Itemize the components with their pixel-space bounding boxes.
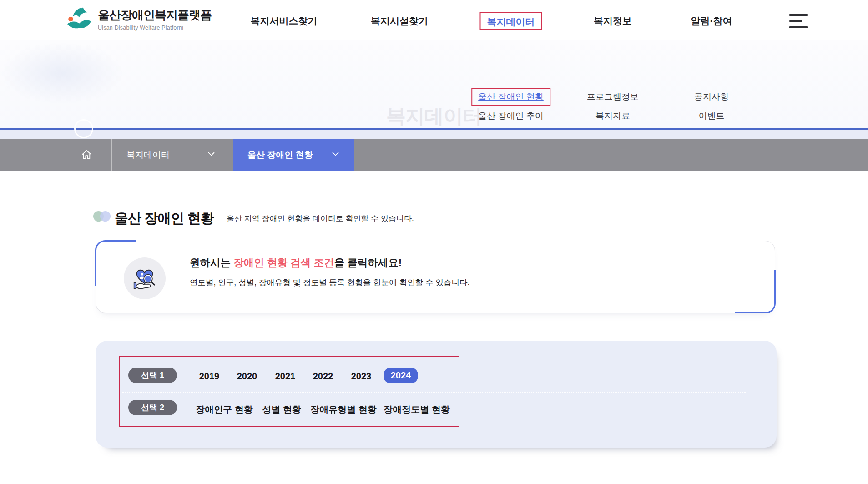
nav-item-welfare-data[interactable]: 복지데이터 [480, 12, 542, 30]
guide-card: 원하시는 장애인 현황 검색 조건을 클릭하세요! 연도별, 인구, 성별, 장… [96, 241, 775, 313]
year-option-2021[interactable]: 2021 [275, 371, 296, 382]
page-title-row: 울산 장애인 현황 울산 지역 장애인 현황을 데이터로 확인할 수 있습니다. [0, 207, 868, 230]
menu-item-program-info[interactable]: 프로그램정보 [587, 91, 639, 102]
breadcrumb-dropdown-ulsan-disability-status[interactable]: 울산 장애인 현황 [233, 139, 354, 171]
home-icon [81, 149, 93, 161]
guide-icon-badge [124, 257, 166, 299]
filter-row2-label-pill: 선택 2 [128, 400, 177, 415]
category-option-gender-status[interactable]: 성별 현황 [262, 403, 301, 416]
brand-subtitle: Ulsan Disability Welfare Platform [98, 25, 212, 31]
chevron-down-icon [208, 152, 215, 156]
filter-highlight-box [119, 356, 459, 427]
breadcrumb-home-button[interactable] [62, 139, 111, 171]
page: 울산장애인복지플랫폼 Ulsan Disability Welfare Plat… [0, 0, 868, 484]
guide-message-suffix: 을 클릭하세요! [334, 257, 402, 268]
filter-panel: 선택 1 2019 2020 2021 2022 2023 2024 선택 2 … [96, 341, 777, 448]
site-logo[interactable]: 울산장애인복지플랫폼 Ulsan Disability Welfare Plat… [65, 6, 212, 32]
category-option-disability-type[interactable]: 장애유형별 현황 [310, 403, 377, 416]
brand-bird-icon [65, 6, 93, 32]
breadcrumb-dropdown-welfare-data[interactable]: 복지데이터 [111, 139, 233, 171]
year-option-2019[interactable]: 2019 [199, 371, 220, 382]
nav-item-welfare-info[interactable]: 복지정보 [587, 12, 638, 30]
brand-name: 울산장애인복지플랫폼 [98, 7, 212, 23]
menu-item-notices[interactable]: 공지사항 [694, 91, 729, 102]
menu-item-welfare-materials[interactable]: 복지자료 [595, 111, 630, 121]
title-bullet-icon [100, 211, 111, 222]
breadcrumb-label: 복지데이터 [126, 139, 170, 171]
guide-description: 연도별, 인구, 성별, 장애유형 및 정도별 등록 현황을 한눈에 확인할 수… [190, 277, 469, 288]
banner-decoration-blob [0, 42, 155, 120]
nav-item-welfare-services[interactable]: 복지서비스찾기 [244, 12, 324, 30]
banner-lavender-strip [0, 130, 868, 139]
top-navigation-bar: 울산장애인복지플랫폼 Ulsan Disability Welfare Plat… [0, 0, 868, 40]
page-title: 울산 장애인 현황 [115, 209, 214, 228]
year-option-2022[interactable]: 2022 [313, 371, 333, 382]
menu-item-ulsan-disability-status[interactable]: 울산 장애인 현황 [471, 88, 550, 106]
menu-item-events[interactable]: 이벤트 [699, 111, 725, 121]
page-title-description: 울산 지역 장애인 현황을 데이터로 확인할 수 있습니다. [227, 213, 414, 224]
breadcrumb-bar: 복지데이터 울산 장애인 현황 [0, 139, 868, 171]
guide-message: 원하시는 장애인 현황 검색 조건을 클릭하세요! [190, 256, 402, 270]
breadcrumb-label: 울산 장애인 현황 [247, 139, 313, 171]
category-option-disability-population[interactable]: 장애인구 현황 [196, 403, 253, 416]
hamburger-menu-icon[interactable] [789, 14, 808, 28]
year-option-2020[interactable]: 2020 [237, 371, 257, 382]
brand-text: 울산장애인복지플랫폼 Ulsan Disability Welfare Plat… [98, 7, 212, 31]
filter-row1-label-pill: 선택 1 [128, 368, 177, 383]
banner-bottom-border [0, 128, 868, 130]
menu-item-ulsan-disability-trend[interactable]: 울산 장애인 추이 [478, 111, 544, 121]
page-banner: 복지데이터 데이터로 보는 울산 장애인 현황 울산 장애인 현황 울산 장애인… [0, 40, 868, 128]
hand-heart-search-icon [131, 265, 158, 292]
guide-message-highlight: 장애인 현황 검색 조건 [233, 257, 334, 268]
year-option-2024-selected[interactable]: 2024 [384, 368, 418, 383]
card-accent-bottom-right [735, 270, 776, 313]
category-option-disability-severity[interactable]: 장애정도별 현황 [384, 403, 450, 416]
year-option-2023[interactable]: 2023 [351, 371, 372, 382]
nav-item-notice-participation[interactable]: 알림·참여 [685, 12, 739, 30]
nav-item-welfare-facilities[interactable]: 복지시설찾기 [364, 12, 434, 30]
banner-ghost-title: 복지데이터 [386, 103, 482, 130]
chevron-down-icon [332, 152, 339, 156]
banner-decoration-circle [74, 119, 93, 138]
guide-message-prefix: 원하시는 [190, 257, 233, 268]
